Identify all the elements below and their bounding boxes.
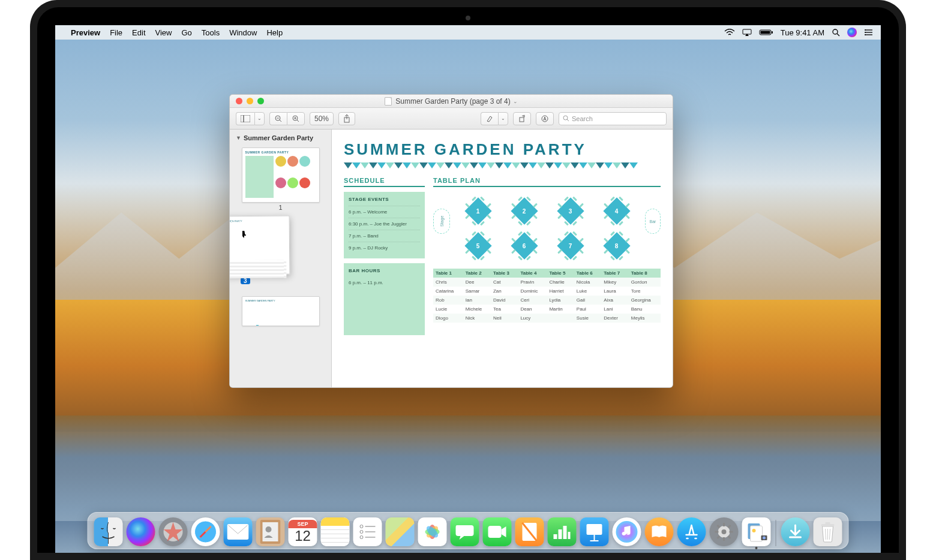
- dock-trash[interactable]: [814, 517, 842, 546]
- svg-point-68: [763, 537, 766, 540]
- share-button[interactable]: [338, 112, 355, 125]
- dock-siri[interactable]: [127, 517, 155, 546]
- battery-icon[interactable]: [759, 29, 773, 36]
- siri-icon[interactable]: [847, 28, 857, 37]
- tableplan-heading: TABLE PLAN: [433, 177, 661, 187]
- rotate-button[interactable]: [513, 112, 531, 125]
- svg-line-60: [728, 536, 731, 538]
- svg-point-4: [833, 29, 838, 34]
- svg-rect-12: [241, 115, 244, 122]
- bar-circle: Bar: [645, 209, 661, 234]
- spotlight-icon[interactable]: [832, 28, 840, 37]
- svg-point-25: [563, 116, 568, 120]
- stage-circle: Stage: [433, 209, 450, 234]
- dock-finder[interactable]: [94, 517, 123, 546]
- svg-rect-13: [244, 115, 250, 122]
- menu-view[interactable]: View: [155, 28, 172, 37]
- svg-rect-49: [568, 532, 571, 539]
- table-layout: Stage Bar 1234 5678: [433, 192, 661, 264]
- svg-rect-71: [826, 522, 830, 525]
- markup-button[interactable]: [536, 112, 554, 125]
- svg-rect-47: [559, 529, 562, 539]
- search-placeholder: Search: [572, 115, 593, 122]
- menu-help[interactable]: Help: [266, 28, 283, 37]
- svg-rect-50: [587, 524, 602, 535]
- svg-line-16: [280, 120, 281, 122]
- svg-rect-3: [772, 31, 773, 34]
- dock-appstore[interactable]: [677, 517, 706, 546]
- svg-point-36: [360, 536, 363, 539]
- minimize-button[interactable]: [247, 98, 253, 104]
- dock: SEP12: [88, 512, 849, 549]
- title-chevron-icon[interactable]: ⌄: [513, 98, 518, 104]
- dock-numbers[interactable]: [548, 517, 577, 546]
- close-button[interactable]: [236, 98, 242, 104]
- svg-line-20: [297, 120, 299, 122]
- svg-line-61: [718, 536, 720, 538]
- dock-downloads[interactable]: [781, 517, 810, 546]
- view-mode-dropdown[interactable]: ⌄: [254, 112, 265, 125]
- guest-table: Table 1Table 2Table 3Table 4Table 5Table…: [433, 269, 661, 323]
- menubar-clock[interactable]: Tue 9:41 AM: [781, 28, 824, 37]
- document-proxy-icon[interactable]: [385, 97, 392, 106]
- menu-file[interactable]: File: [110, 28, 122, 37]
- bunting-decoration: [344, 162, 661, 171]
- svg-rect-30: [227, 524, 249, 540]
- notification-center-icon[interactable]: [864, 29, 874, 36]
- menu-go[interactable]: Go: [181, 28, 191, 37]
- thumbnail-page-4[interactable]: SUMMER GARDEN PARTY: [242, 296, 320, 326]
- document-canvas[interactable]: SUMMER GARDEN PARTY SCHEDULE STAGE EVENT…: [332, 130, 673, 387]
- zoom-in-button[interactable]: [287, 112, 305, 125]
- thumbnail-page-1[interactable]: SUMMER GARDEN PARTY: [242, 147, 320, 203]
- svg-point-34: [360, 525, 363, 528]
- dock-launchpad[interactable]: [159, 517, 188, 546]
- dock-system-preferences[interactable]: [710, 517, 739, 546]
- toolbar: ⌄ 50% ⌄ Search: [230, 108, 673, 130]
- svg-line-26: [567, 119, 569, 121]
- svg-rect-46: [554, 534, 557, 539]
- dock-itunes[interactable]: [613, 517, 641, 546]
- dock-safari[interactable]: [191, 517, 220, 546]
- stage-events-box: STAGE EVENTS 6 p.m. – Welcome 6:30 p.m. …: [344, 192, 425, 258]
- search-field[interactable]: Search: [559, 112, 667, 125]
- svg-rect-65: [751, 526, 763, 541]
- svg-rect-23: [520, 118, 524, 122]
- titlebar[interactable]: Summer Garden Party (page 3 of 4) ⌄: [230, 95, 673, 108]
- dock-photos[interactable]: [418, 517, 447, 546]
- dock-notes[interactable]: [321, 517, 350, 546]
- zoom-button[interactable]: [257, 98, 264, 104]
- dock-maps[interactable]: [386, 517, 415, 546]
- svg-rect-48: [563, 526, 567, 539]
- svg-point-66: [752, 529, 756, 532]
- thumbnail-page-dragging[interactable]: SUMMER GARDEN PARTY: [230, 215, 290, 275]
- dock-pages[interactable]: [515, 517, 544, 546]
- airplay-icon[interactable]: [742, 29, 752, 36]
- svg-point-11: [865, 34, 866, 35]
- dock-contacts[interactable]: [256, 517, 285, 546]
- dock-calendar[interactable]: SEP12: [289, 517, 317, 546]
- svg-line-62: [728, 525, 731, 528]
- dock-messages[interactable]: [451, 517, 479, 546]
- highlight-dropdown[interactable]: ⌄: [498, 112, 508, 125]
- menu-tools[interactable]: Tools: [202, 28, 220, 37]
- dock-mail[interactable]: [224, 517, 253, 546]
- zoom-level[interactable]: 50%: [310, 112, 334, 125]
- svg-line-5: [837, 34, 839, 36]
- dock-reminders[interactable]: [353, 517, 382, 546]
- highlight-button[interactable]: [481, 112, 498, 125]
- sidebar-document-header[interactable]: ▼Summer Garden Party: [236, 133, 325, 145]
- bar-hours-box: BAR HOURS 6 p.m. – 11 p.m.: [344, 263, 425, 335]
- app-menu[interactable]: Preview: [71, 28, 100, 37]
- dock-facetime[interactable]: [483, 517, 512, 546]
- view-mode-button[interactable]: [236, 112, 254, 125]
- dock-ibooks[interactable]: [645, 517, 674, 546]
- dock-keynote[interactable]: [580, 517, 609, 546]
- svg-point-63: [722, 529, 727, 534]
- menu-window[interactable]: Window: [229, 28, 257, 37]
- dock-preview[interactable]: [742, 517, 771, 546]
- svg-rect-0: [743, 29, 751, 34]
- menu-edit[interactable]: Edit: [132, 28, 145, 37]
- svg-rect-2: [760, 31, 770, 34]
- wifi-icon[interactable]: [724, 29, 735, 36]
- zoom-out-button[interactable]: [269, 112, 287, 125]
